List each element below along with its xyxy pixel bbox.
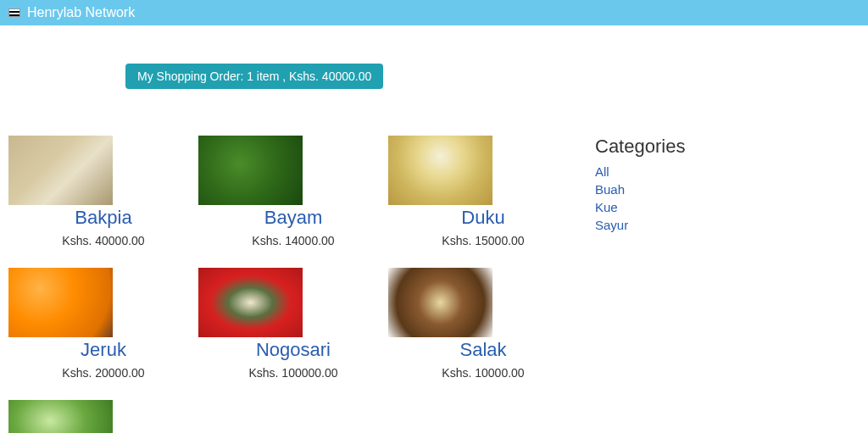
product-title: Jeruk	[8, 339, 198, 361]
cart-area: My Shopping Order: 1 item , Kshs. 40000.…	[125, 64, 860, 89]
product-image[interactable]	[8, 268, 113, 337]
categories-heading: Categories	[595, 136, 860, 158]
product-price: Kshs. 40000.00	[8, 234, 198, 247]
product-card: JerukKshs. 20000.00	[8, 268, 198, 391]
product-price: Kshs. 20000.00	[8, 366, 198, 380]
product-title: Bakpia	[8, 207, 198, 229]
category-item: Kue	[595, 198, 860, 216]
product-link[interactable]: Jeruk	[81, 339, 126, 360]
product-image[interactable]	[8, 136, 113, 205]
product-card	[8, 400, 198, 433]
sidebar: Categories AllBuahKueSayur	[595, 136, 860, 433]
product-title: Salak	[388, 339, 578, 361]
product-image[interactable]	[198, 136, 303, 205]
category-link-kue[interactable]: Kue	[595, 200, 618, 214]
product-card: NogosariKshs. 100000.00	[198, 268, 388, 391]
product-price: Kshs. 15000.00	[388, 234, 578, 247]
product-title: Duku	[388, 207, 578, 229]
product-card: SalakKshs. 10000.00	[388, 268, 578, 391]
category-item: Buah	[595, 180, 860, 198]
product-link[interactable]: Duku	[461, 207, 504, 228]
product-image[interactable]	[388, 136, 492, 205]
product-grid: BakpiaKshs. 40000.00BayamKshs. 14000.00D…	[8, 136, 578, 433]
category-item: Sayur	[595, 216, 860, 234]
category-item: All	[595, 163, 860, 180]
product-card: DukuKshs. 15000.00	[388, 136, 578, 259]
product-card: BayamKshs. 14000.00	[198, 136, 388, 259]
product-card: BakpiaKshs. 40000.00	[8, 136, 198, 259]
product-link[interactable]: Nogosari	[256, 339, 331, 360]
product-image[interactable]	[8, 400, 113, 433]
category-link-sayur[interactable]: Sayur	[595, 218, 628, 232]
product-title: Nogosari	[198, 339, 388, 361]
app-icon	[8, 8, 20, 17]
app-title: Henrylab Network	[27, 5, 135, 20]
category-link-buah[interactable]: Buah	[595, 182, 625, 197]
product-title: Bayam	[198, 207, 388, 229]
shopping-order-button[interactable]: My Shopping Order: 1 item , Kshs. 40000.…	[125, 64, 383, 89]
product-image[interactable]	[198, 268, 303, 337]
product-link[interactable]: Bakpia	[75, 207, 131, 228]
navbar: Henrylab Network	[0, 0, 868, 25]
category-list: AllBuahKueSayur	[595, 163, 860, 234]
product-image[interactable]	[388, 268, 492, 337]
category-link-all[interactable]: All	[595, 164, 609, 179]
product-link[interactable]: Salak	[459, 339, 506, 360]
product-price: Kshs. 10000.00	[388, 366, 578, 380]
product-price: Kshs. 100000.00	[198, 366, 388, 380]
product-price: Kshs. 14000.00	[198, 234, 388, 247]
product-link[interactable]: Bayam	[264, 207, 322, 228]
